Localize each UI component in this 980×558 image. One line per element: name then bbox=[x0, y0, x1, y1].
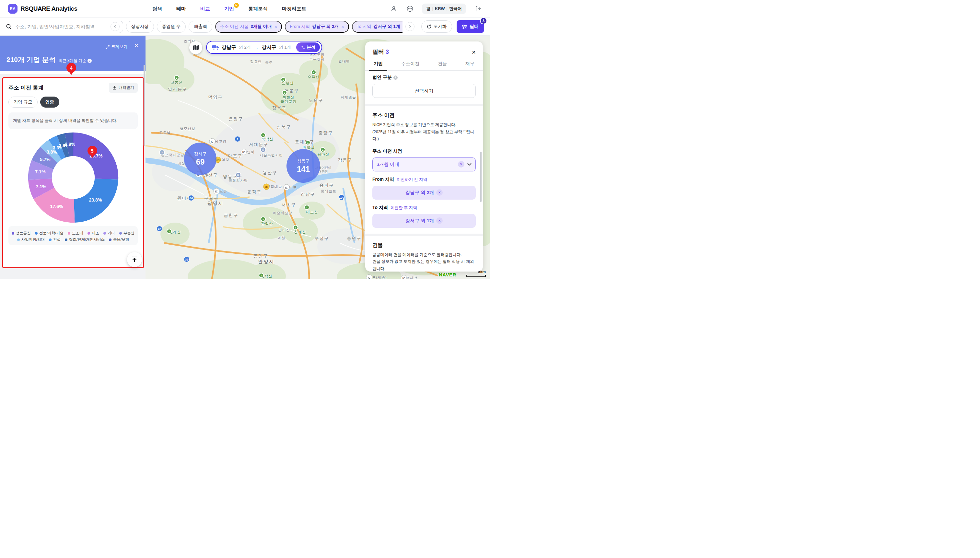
active-chip-From 지역[interactable]: From 지역강남구 외 2개× bbox=[285, 21, 349, 33]
ic-badge: IC bbox=[213, 188, 220, 194]
legend-item-사업지원/임대[interactable]: 사업지원/임대 bbox=[17, 237, 45, 242]
new-badge: N bbox=[234, 3, 239, 8]
expand-icon bbox=[106, 45, 110, 49]
nav-item-기업[interactable]: 기업N bbox=[224, 6, 234, 12]
legend-item-제조[interactable]: 제조 bbox=[87, 231, 99, 236]
mountain-icon: ▲ bbox=[282, 90, 287, 95]
clear-icon[interactable]: × bbox=[458, 161, 465, 167]
clear-icon[interactable]: × bbox=[436, 189, 443, 196]
chip-업종[interactable]: 업종 bbox=[120, 21, 123, 33]
mountain-icon: ▲ bbox=[261, 217, 266, 222]
legend-label: 제조 bbox=[92, 231, 99, 236]
chips-scroll-left-button[interactable] bbox=[110, 22, 120, 31]
chart-notice: 개별 차트 항목을 클릭 시 상세 내역을 확인할 수 있습니다. bbox=[8, 112, 138, 129]
download-button[interactable]: 내려받기 bbox=[109, 83, 138, 93]
naver-attribution: NAVER bbox=[439, 272, 456, 277]
reset-label: 초기화 bbox=[433, 24, 447, 30]
route-to-extra: 외 1개 bbox=[279, 44, 291, 50]
route-shield-39: 39 bbox=[184, 256, 190, 262]
section-divider bbox=[365, 104, 483, 106]
legend-dot bbox=[65, 238, 67, 241]
reset-button[interactable]: 초기화 bbox=[421, 20, 452, 33]
route-analysis-pill: 강남구 외 2개 → 강서구 외 1개 분석 bbox=[206, 41, 322, 54]
annotation-pin-5: 5 bbox=[87, 146, 97, 156]
remove-chip-icon[interactable]: × bbox=[274, 24, 277, 30]
search-box[interactable] bbox=[6, 24, 104, 30]
building-section-title: 건물 bbox=[373, 242, 476, 249]
legend-item-협회/단체/개인서비스[interactable]: 협회/단체/개인서비스 bbox=[65, 237, 105, 242]
locale-settings-pill[interactable]: 평|KRW|한국어 bbox=[422, 3, 466, 14]
more-menu-icon[interactable] bbox=[406, 5, 414, 13]
legend-item-전문/과학/기술[interactable]: 전문/과학/기술 bbox=[35, 231, 64, 236]
legend-item-기타[interactable]: 기타 bbox=[103, 231, 115, 236]
download-icon bbox=[112, 85, 117, 90]
legend-label: 사업지원/임대 bbox=[21, 237, 45, 242]
ic-badge: IC bbox=[401, 275, 407, 279]
route-shield-42: 42 bbox=[156, 226, 163, 232]
nav-item-탐색[interactable]: 탐색 bbox=[152, 6, 162, 12]
logout-icon[interactable] bbox=[474, 5, 482, 13]
nav-item-비교[interactable]: 비교 bbox=[200, 6, 210, 12]
expand-label: 크게보기 bbox=[111, 44, 127, 49]
scroll-to-top-button[interactable] bbox=[127, 252, 142, 267]
mountain-icon: ▲ bbox=[311, 70, 316, 75]
route-shield-100: 100 bbox=[339, 194, 345, 200]
search-input[interactable] bbox=[15, 24, 103, 29]
donut-chart[interactable]: 25.7%23.8%17.6%7.1%7.1%5.7%3.8%3.3%2.9%2… bbox=[26, 130, 121, 226]
chip-종업원 수[interactable]: 종업원 수 bbox=[157, 21, 186, 33]
info-icon[interactable]: i bbox=[394, 75, 398, 80]
from-region-hint: 이전하기 전 지역 bbox=[397, 177, 427, 182]
tab-재무[interactable]: 재무 bbox=[465, 61, 474, 70]
corp-type-select-button[interactable]: 선택하기 bbox=[373, 84, 476, 98]
tab-주소이전[interactable]: 주소이전 bbox=[401, 61, 419, 70]
bubble-name: 강서구 bbox=[194, 151, 207, 157]
legend-item-건설[interactable]: 건설 bbox=[49, 237, 61, 242]
analyze-button[interactable]: 분석 bbox=[296, 43, 320, 52]
move-point-select[interactable]: 3개월 이내 × bbox=[373, 158, 476, 171]
filter-tabs: 기업주소이전건물재무 bbox=[365, 58, 483, 71]
logo-icon: RA bbox=[8, 4, 18, 14]
brand-logo[interactable]: RA RSQUARE Analytics bbox=[8, 4, 77, 14]
remove-chip-icon[interactable]: × bbox=[341, 24, 344, 30]
chip-매출액[interactable]: 매출액 bbox=[189, 21, 212, 33]
expand-button[interactable]: 크게보기 bbox=[106, 44, 127, 49]
to-region-value[interactable]: 강서구 외 1개 × bbox=[373, 214, 476, 228]
filter-panel-scrollbar[interactable] bbox=[480, 152, 482, 202]
nav-item-테마[interactable]: 테마 bbox=[176, 6, 186, 12]
toggle-기업 규모[interactable]: 기업 규모 bbox=[8, 97, 38, 108]
chart-legend: 정보통신전문/과학/기술도소매제조기타부동산 사업지원/임대건설협회/단체/개인… bbox=[8, 226, 138, 245]
nav-item-마켓리포트[interactable]: 마켓리포트 bbox=[282, 6, 306, 12]
district-bubble-성동구[interactable]: 성동구141 bbox=[286, 149, 320, 183]
legend-item-금융/보험[interactable]: 금융/보험 bbox=[109, 237, 129, 242]
panel-close-icon[interactable]: × bbox=[134, 42, 138, 49]
panel-scrollbar[interactable] bbox=[144, 65, 145, 146]
from-region-value[interactable]: 강남구 외 2개 × bbox=[373, 185, 476, 200]
legend-item-정보통신[interactable]: 정보통신 bbox=[11, 231, 31, 236]
district-bubble-강서구[interactable]: 강서구69 bbox=[184, 143, 217, 175]
legend-dot bbox=[11, 232, 14, 235]
filter-panel: 필터3 × 기업주소이전건물재무 법인 구분 i 선택하기 주소 이전 NICE… bbox=[365, 41, 483, 272]
tab-건물[interactable]: 건물 bbox=[438, 61, 447, 70]
bubble-count: 141 bbox=[297, 165, 310, 174]
tab-기업[interactable]: 기업 bbox=[374, 61, 383, 70]
filter-button[interactable]: 필터 3 bbox=[456, 20, 484, 33]
info-icon[interactable]: i bbox=[87, 59, 92, 63]
legend-item-도소매[interactable]: 도소매 bbox=[68, 231, 83, 236]
mountain-icon: ▲ bbox=[281, 77, 286, 82]
active-chip-To 지역[interactable]: To 지역강서구 외 1개× bbox=[352, 21, 402, 33]
user-icon[interactable] bbox=[389, 5, 398, 13]
chips-scroll-right-button[interactable] bbox=[405, 22, 414, 31]
filter-chip-row: 업종상장시장종업원 수매출액주소 이전 시점3개월 이내×From 지역강남구 … bbox=[120, 21, 402, 33]
filter-close-icon[interactable]: × bbox=[472, 49, 476, 56]
nav-item-통계분석[interactable]: 통계분석 bbox=[248, 6, 268, 12]
legend-item-부동산[interactable]: 부동산 bbox=[119, 231, 135, 236]
clear-icon[interactable]: × bbox=[436, 217, 443, 224]
map-layers-button[interactable] bbox=[189, 41, 202, 54]
ic-badge: IC bbox=[366, 274, 373, 279]
chip-value: 3개월 이내 bbox=[251, 24, 272, 30]
arrow-right-icon: → bbox=[253, 45, 259, 50]
toggle-업종[interactable]: 업종 bbox=[40, 97, 59, 108]
route-shield-1: 1 bbox=[235, 136, 240, 142]
active-chip-주소 이전 시점[interactable]: 주소 이전 시점3개월 이내× bbox=[215, 21, 282, 33]
chip-상장시장[interactable]: 상장시장 bbox=[126, 21, 154, 33]
